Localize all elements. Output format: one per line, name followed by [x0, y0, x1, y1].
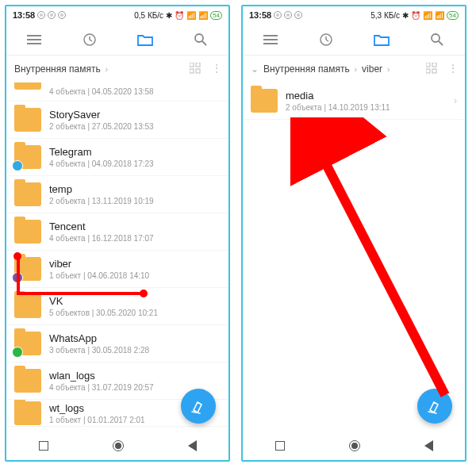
item-meta: 5 объектов | 30.05.2020 10:21: [49, 309, 158, 317]
more-icon[interactable]: ⋮: [448, 63, 457, 76]
chevron-right-icon: ›: [355, 65, 357, 74]
item-name: wt_logs: [49, 402, 145, 414]
folder-icon: [14, 294, 41, 318]
list-item[interactable]: StorySaver 2 объекта | 27.05.2020 13:53: [6, 102, 228, 139]
item-name: wlan_logs: [49, 370, 154, 382]
folder-icon: [14, 401, 41, 425]
item-meta: 4 объекта | 04.05.2020 13:58: [49, 87, 154, 96]
svg-rect-22: [426, 69, 430, 73]
item-name: Tencent: [49, 221, 154, 232]
status-dot-icon: [37, 11, 45, 19]
svg-point-6: [195, 34, 203, 42]
folder-tab-icon[interactable]: [374, 32, 390, 48]
svg-line-7: [202, 41, 206, 45]
more-icon[interactable]: ⋮: [212, 63, 221, 76]
search-icon[interactable]: [193, 32, 209, 48]
chevron-down-icon[interactable]: ⌄: [251, 63, 259, 75]
svg-rect-20: [426, 63, 430, 67]
folder-icon: [251, 89, 278, 113]
folder-icon: [14, 182, 41, 206]
status-dot-icon: [58, 11, 66, 19]
item-name: VK: [49, 295, 158, 307]
recent-icon[interactable]: [82, 32, 98, 48]
folder-icon: [14, 145, 41, 169]
telegram-badge-icon: [12, 160, 23, 171]
grid-view-icon[interactable]: [190, 63, 201, 76]
wifi-icon: 📶: [198, 11, 208, 20]
list-item[interactable]: Telegram 4 объекта | 04.09.2018 17:23: [6, 139, 228, 176]
status-dot-icon: [294, 11, 302, 19]
item-name: temp: [49, 183, 154, 195]
folder-list: media 2 объекта | 14.10.2019 13:11 ›: [243, 82, 465, 432]
svg-rect-10: [190, 69, 194, 73]
home-button[interactable]: [349, 440, 360, 451]
bluetooth-icon: ✱: [402, 11, 409, 20]
back-button[interactable]: [188, 440, 197, 451]
status-bar: 13:58 5,3 КБ/с ✱ ⏰ 📶 📶 54: [243, 6, 465, 24]
clock: 13:58: [13, 10, 35, 20]
folder-tab-icon[interactable]: [137, 32, 153, 48]
grid-view-icon[interactable]: [426, 63, 437, 76]
folder-icon: [14, 108, 41, 132]
recents-button[interactable]: [39, 441, 48, 451]
net-speed: 0,5 КБ/с: [134, 11, 163, 20]
svg-rect-8: [190, 63, 194, 67]
signal-icon: 📶: [186, 11, 196, 20]
search-icon[interactable]: [429, 32, 445, 48]
folder-icon: [14, 332, 41, 355]
list-item[interactable]: VK 5 объектов | 30.05.2020 10:21: [6, 288, 228, 325]
item-name: WhatsApp: [49, 332, 149, 344]
breadcrumb[interactable]: Внутренняя память › ⋮: [6, 56, 228, 82]
alarm-icon: ⏰: [411, 11, 420, 20]
list-item[interactable]: temp 2 объекта | 13.11.2019 10:19: [6, 176, 228, 213]
home-button[interactable]: [113, 440, 124, 451]
list-item[interactable]: Tencent 4 объекта | 16.12.2018 17:07: [6, 213, 228, 251]
clean-fab-button[interactable]: [181, 389, 216, 424]
item-meta: 1 объект | 04.06.2018 14:10: [49, 271, 149, 280]
item-name: viber: [49, 258, 149, 270]
svg-rect-21: [432, 63, 436, 67]
item-name: Telegram: [49, 146, 154, 158]
left-phone: 13:58 0,5 КБ/с ✱ ⏰ 📶 📶 54 Внутренняя пам…: [5, 5, 230, 462]
folder-icon: [14, 257, 41, 281]
top-tabs: [243, 24, 465, 56]
svg-rect-23: [432, 69, 436, 73]
item-name: StorySaver: [49, 109, 154, 121]
clean-fab-button[interactable]: [417, 389, 452, 424]
android-navbar: [243, 432, 465, 460]
svg-point-18: [432, 34, 440, 42]
folder-list: 4 объекта | 04.05.2020 13:58 StorySaver …: [6, 82, 228, 432]
battery-icon: 54: [447, 11, 459, 20]
svg-line-5: [90, 40, 92, 41]
status-dot-icon: [284, 11, 292, 19]
breadcrumb[interactable]: ⌄ Внутренняя память › viber › ⋮: [243, 56, 465, 82]
folder-icon: [14, 220, 41, 244]
breadcrumb-root[interactable]: Внутренняя память: [263, 63, 350, 75]
battery-icon: 54: [210, 11, 222, 20]
item-meta: 1 объект | 01.01.2017 2:01: [49, 416, 145, 424]
list-item[interactable]: WhatsApp 3 объекта | 30.05.2018 2:28: [6, 325, 228, 363]
list-item-viber[interactable]: viber 1 объект | 04.06.2018 14:10: [6, 251, 228, 288]
item-meta: 2 объекта | 13.11.2019 10:19: [49, 197, 154, 205]
item-meta: 3 объекта | 30.05.2018 2:28: [49, 346, 149, 355]
chevron-right-icon: ›: [454, 95, 457, 106]
breadcrumb-sub[interactable]: viber: [362, 63, 382, 75]
alarm-icon: ⏰: [175, 11, 184, 20]
right-phone: 13:58 5,3 КБ/с ✱ ⏰ 📶 📶 54 ⌄ Внутренняя п: [241, 5, 466, 462]
whatsapp-badge-icon: [12, 347, 23, 358]
clock: 13:58: [249, 10, 271, 20]
status-dot-icon: [274, 11, 282, 19]
list-item-media[interactable]: media 2 объекта | 14.10.2019 13:11 ›: [243, 82, 465, 120]
list-item[interactable]: 4 объекта | 04.05.2020 13:58: [6, 82, 228, 102]
breadcrumb-root[interactable]: Внутренняя память: [14, 63, 101, 75]
item-meta: 2 объекта | 14.10.2019 13:11: [286, 103, 390, 112]
recents-button[interactable]: [275, 441, 285, 451]
item-name: media: [286, 90, 390, 102]
svg-rect-9: [196, 63, 200, 67]
recent-icon[interactable]: [318, 32, 334, 48]
menu-icon[interactable]: [26, 32, 42, 48]
back-button[interactable]: [424, 440, 433, 451]
android-navbar: [6, 432, 228, 460]
wifi-icon: 📶: [435, 11, 444, 20]
menu-icon[interactable]: [263, 32, 278, 48]
